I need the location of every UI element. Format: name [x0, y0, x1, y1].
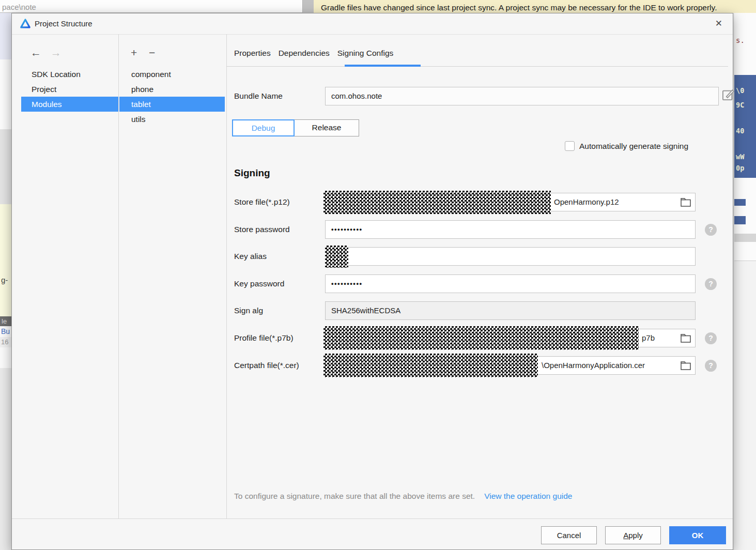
help-icon[interactable]: ?: [705, 224, 717, 236]
profile-file-value: p7b: [642, 329, 655, 347]
configure-signature-hint: To configure a signature, make sure that…: [234, 492, 475, 501]
active-tab-indicator: [345, 65, 421, 67]
bg-left-segment: [0, 347, 11, 368]
build-type-release-button[interactable]: Release: [294, 119, 359, 136]
bg-selection-bit: [734, 216, 746, 224]
module-item-utils[interactable]: utils: [119, 112, 225, 127]
store-password-input[interactable]: ••••••••••: [325, 220, 696, 239]
dialog-titlebar: Project Structure ✕: [12, 13, 733, 35]
deveco-logo-icon: [20, 18, 31, 29]
store-password-label: Store password: [234, 220, 290, 239]
key-alias-input[interactable]: [325, 247, 696, 266]
help-icon[interactable]: ?: [705, 332, 717, 344]
sidebar-item-modules[interactable]: Modules: [21, 97, 118, 112]
bg-code-fragment: 9C: [736, 101, 744, 109]
bundle-name-input[interactable]: com.ohos.note: [325, 87, 719, 105]
redaction-overlay: [323, 326, 639, 350]
bg-left-segment: [0, 129, 11, 204]
module-item-tablet[interactable]: tablet: [119, 97, 225, 112]
key-alias-label: Key alias: [234, 247, 267, 266]
bg-editor-selection: \0 9C 40 wW 0p: [734, 75, 756, 178]
help-icon[interactable]: ?: [705, 360, 717, 372]
bg-right-segment: [734, 261, 756, 550]
cancel-button[interactable]: Cancel: [541, 526, 597, 544]
bg-code-fragment: s.: [736, 36, 745, 44]
signing-heading: Signing: [234, 167, 270, 179]
bg-code-fragment: \0: [736, 86, 744, 95]
bg-right-segment: [734, 178, 756, 234]
sidebar-item-project[interactable]: Project: [21, 82, 118, 97]
module-item-component[interactable]: component: [119, 67, 225, 82]
operation-guide-link[interactable]: View the operation guide: [484, 492, 572, 501]
bg-left-segment: le: [0, 316, 11, 326]
bg-left-segment: Bu: [0, 326, 11, 337]
sign-alg-value: SHA256withECDSA: [331, 302, 400, 319]
settings-nav-panel: ← → SDK Location Project Modules: [12, 34, 119, 519]
bg-left-segment: [0, 368, 11, 550]
dialog-button-bar: Cancel Apply OK: [12, 518, 733, 549]
remove-module-icon[interactable]: −: [149, 47, 155, 58]
store-file-value: OpenHarmony.p12: [554, 193, 619, 211]
bg-code-fragment: 40: [736, 127, 744, 135]
bg-right-segment: [734, 234, 756, 242]
bg-text-fragment: g-: [1, 276, 8, 284]
screen: pace\note Gradle files have changed sinc…: [0, 0, 756, 550]
tab-signing-configs[interactable]: Signing Configs: [337, 49, 394, 58]
modules-list-panel: + − component phone tablet utils: [118, 34, 227, 519]
close-icon[interactable]: ✕: [715, 13, 722, 34]
sign-alg-input: SHA256withECDSA: [325, 301, 696, 320]
bg-selection-bit: [734, 199, 746, 206]
tab-properties[interactable]: Properties: [234, 49, 271, 58]
folder-browse-icon[interactable]: [680, 196, 692, 208]
ok-button[interactable]: OK: [669, 526, 726, 544]
store-password-value: ••••••••••: [331, 221, 363, 238]
auto-sign-row: Automatically generate signing: [565, 141, 688, 151]
build-type-debug-button[interactable]: Debug: [232, 119, 295, 136]
footer-hint-row: To configure a signature, make sure that…: [234, 492, 572, 501]
module-tabs: Properties Dependencies Signing Configs: [234, 49, 393, 58]
bg-left-segment: [0, 13, 11, 59]
sign-alg-label: Sign alg: [234, 301, 263, 320]
profile-file-label: Profile file(*.p7b): [234, 329, 294, 347]
bg-left-segment: g-: [0, 204, 11, 316]
gradle-sync-notification: Gradle files have changed since last pro…: [314, 0, 756, 13]
key-password-value: ••••••••••: [331, 275, 363, 293]
store-file-label: Store file(*.p12): [234, 193, 290, 211]
background-path-field: pace\note: [0, 0, 303, 13]
redaction-overlay: [325, 246, 348, 268]
forward-icon: →: [51, 47, 61, 58]
certpath-file-label: Certpath file(*.cer): [234, 356, 299, 375]
bg-right-segment: [734, 0, 756, 13]
add-module-icon[interactable]: +: [131, 47, 137, 58]
tab-dependencies[interactable]: Dependencies: [279, 49, 330, 58]
redaction-overlay: [323, 191, 551, 214]
key-password-label: Key password: [234, 274, 284, 293]
back-icon[interactable]: ←: [30, 47, 41, 58]
bg-code-fragment: 0p: [736, 164, 744, 172]
bg-right-segment: s.: [734, 13, 756, 75]
certpath-file-value: \OpenHarmonyApplication.cer: [542, 357, 645, 374]
project-structure-dialog: Project Structure ✕ ← → SDK Location Pro…: [11, 13, 733, 550]
bg-code-fragment: wW: [736, 152, 744, 161]
dialog-title: Project Structure: [35, 13, 92, 34]
module-item-phone[interactable]: phone: [119, 82, 225, 97]
folder-browse-icon[interactable]: [680, 360, 692, 371]
background-scroll-fragment: [303, 0, 314, 13]
sidebar-item-sdk-location[interactable]: SDK Location: [21, 67, 118, 82]
bg-left-segment: [0, 59, 11, 129]
folder-browse-icon[interactable]: [680, 332, 692, 344]
help-icon[interactable]: ?: [705, 278, 717, 290]
apply-button[interactable]: Apply: [605, 526, 661, 544]
auto-sign-label: Automatically generate signing: [579, 142, 688, 151]
edit-icon[interactable]: [721, 88, 735, 102]
redaction-overlay: [323, 354, 538, 377]
bg-right-segment: [734, 242, 756, 261]
bundle-name-value: com.ohos.note: [331, 87, 382, 105]
tabs-divider: [226, 66, 728, 67]
auto-sign-checkbox[interactable]: [565, 141, 575, 151]
key-password-input[interactable]: ••••••••••: [325, 274, 696, 293]
bundle-name-label: Bundle Name: [234, 87, 283, 105]
bg-left-segment: 16: [0, 337, 11, 347]
